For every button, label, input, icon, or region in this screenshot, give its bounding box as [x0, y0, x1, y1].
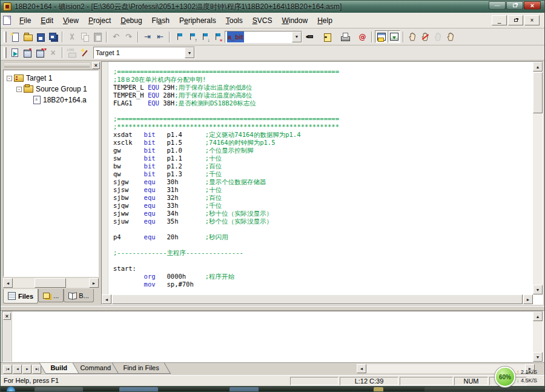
mdi-restore-button[interactable]: [508, 15, 523, 25]
rebuild-all-button[interactable]: [34, 47, 47, 59]
outdent-button[interactable]: [154, 30, 167, 43]
panel-drag-handle[interactable]: [4, 64, 90, 67]
project-panel-header[interactable]: ×: [2, 61, 100, 70]
title-bar[interactable]: 18B20+164 - 礦ision2 - [E:\360云盘\Professi…: [1, 1, 544, 13]
prev-bookmark-button[interactable]: [185, 30, 198, 43]
find-text-combobox[interactable]: a_bit: [225, 31, 302, 43]
output-close-button[interactable]: ×: [3, 313, 11, 320]
menu-window[interactable]: Window: [277, 15, 312, 27]
tab-item[interactable]: ...: [38, 289, 64, 302]
cut-button[interactable]: [65, 30, 78, 43]
menu-edit[interactable]: Edit: [36, 15, 58, 27]
window-close-button[interactable]: ×: [524, 1, 541, 10]
menu-peripherals[interactable]: Peripherals: [174, 15, 221, 27]
find-text-input[interactable]: a_bit: [225, 32, 292, 42]
menu-svcs[interactable]: SVCS: [248, 15, 277, 27]
source-browser-button[interactable]: [356, 30, 369, 43]
scroll-thumb[interactable]: [35, 278, 66, 288]
tab-files[interactable]: Files: [3, 289, 38, 304]
copy-button[interactable]: [78, 30, 91, 43]
output-nav-prev-button[interactable]: ◄: [13, 365, 22, 374]
disable-breakpoints-button[interactable]: [444, 30, 457, 43]
document-icon[interactable]: [3, 16, 11, 25]
taskbar-icons[interactable]: [35, 387, 83, 392]
find-button[interactable]: [303, 30, 316, 43]
enable-breakpoint-button[interactable]: [432, 30, 444, 43]
tree-expander[interactable]: -: [16, 87, 22, 92]
mdi-close-button[interactable]: ×: [524, 15, 540, 25]
editor-horizontal-scrollbar[interactable]: ◄ ►: [102, 294, 533, 304]
start-orb[interactable]: [7, 387, 15, 392]
scroll-left-button[interactable]: ◄: [102, 294, 111, 304]
new-file-button[interactable]: [8, 30, 21, 43]
project-panel-close-button[interactable]: ×: [92, 62, 100, 69]
output-nav-next-button[interactable]: ►: [22, 365, 31, 374]
menu-debug[interactable]: Debug: [116, 15, 147, 27]
windows-taskbar[interactable]: [1, 386, 544, 392]
redo-button[interactable]: [122, 30, 135, 43]
tab-b[interactable]: B...: [64, 289, 94, 302]
output-window[interactable]: × ▲ ▼: [2, 311, 543, 362]
taskbar-button[interactable]: [119, 387, 158, 392]
editor-selection-margin[interactable]: [102, 62, 108, 294]
scroll-down-button[interactable]: ▼: [533, 352, 543, 362]
toolbar-gripper[interactable]: [4, 32, 7, 42]
scroll-thumb[interactable]: [112, 294, 523, 304]
scroll-left-button[interactable]: ◄: [357, 364, 366, 373]
translate-file-button[interactable]: [8, 47, 21, 59]
target-select-combobox[interactable]: Target 1: [93, 47, 195, 59]
scroll-up-button[interactable]: ▲: [533, 311, 543, 321]
scroll-down-button[interactable]: ▼: [533, 285, 543, 294]
project-horizontal-scrollbar[interactable]: ◄ ►: [3, 278, 99, 288]
net-monitor-ball[interactable]: 60%: [495, 367, 515, 387]
open-file-button[interactable]: [21, 30, 34, 43]
mdi-minimize-button[interactable]: _: [492, 15, 507, 25]
code-area[interactable]: ;=======================================…: [109, 62, 532, 294]
save-all-button[interactable]: [47, 30, 59, 43]
taskbar-folder-icon[interactable]: [374, 387, 383, 392]
combo-dropdown-button[interactable]: [185, 47, 194, 58]
output-vertical-scrollbar[interactable]: ▲ ▼: [533, 311, 543, 362]
menu-project[interactable]: Project: [84, 15, 116, 27]
toggle-bookmark-button[interactable]: [173, 30, 185, 43]
scroll-left-button[interactable]: ◄: [3, 278, 13, 288]
horizontal-splitter[interactable]: [1, 306, 544, 311]
output-window-button[interactable]: [388, 30, 400, 43]
taskbar-button[interactable]: [230, 387, 259, 392]
window-minimize-button[interactable]: —: [489, 1, 506, 10]
editor-vertical-scrollbar[interactable]: ▲ ▼: [533, 62, 543, 294]
tree-item-18b20-164-a[interactable]: 18B20+164.a: [4, 95, 98, 105]
options-target-button[interactable]: [78, 47, 91, 59]
undo-button[interactable]: [110, 30, 122, 43]
menu-help[interactable]: Help: [312, 15, 337, 27]
scroll-thumb[interactable]: [533, 72, 543, 113]
scroll-up-button[interactable]: ▲: [533, 62, 543, 71]
menu-tools[interactable]: Tools: [221, 15, 248, 27]
kill-breakpoints-button[interactable]: [419, 30, 432, 43]
scroll-right-button[interactable]: ►: [523, 294, 533, 304]
output-tab-find-in-files[interactable]: Find in Files: [112, 363, 171, 374]
tree-item-target-1[interactable]: -Target 1: [4, 73, 98, 84]
indent-button[interactable]: [141, 30, 154, 43]
toggle-breakpoint-button[interactable]: [406, 30, 419, 43]
scroll-right-button[interactable]: ►: [89, 278, 99, 288]
stop-build-button[interactable]: [47, 47, 59, 59]
tree-expander[interactable]: -: [7, 76, 12, 81]
toolbar-gripper[interactable]: [4, 47, 7, 58]
clear-bookmarks-button[interactable]: [211, 30, 223, 43]
menu-view[interactable]: View: [58, 15, 84, 27]
project-window-button[interactable]: [375, 30, 388, 43]
menu-flash[interactable]: Flash: [147, 15, 174, 27]
output-tab-build[interactable]: Build: [39, 363, 79, 374]
build-target-button[interactable]: [21, 47, 34, 59]
window-restore-button[interactable]: [506, 1, 523, 10]
combo-dropdown-button[interactable]: [292, 32, 302, 42]
paste-button[interactable]: [91, 30, 104, 43]
find-in-files-button[interactable]: [321, 30, 334, 43]
output-nav-last-button[interactable]: ►|: [32, 365, 41, 374]
output-nav-first-button[interactable]: |◄: [3, 365, 12, 374]
print-button[interactable]: [339, 30, 351, 43]
menu-file[interactable]: File: [15, 15, 36, 27]
save-file-button[interactable]: [34, 30, 47, 43]
download-button[interactable]: [65, 47, 78, 59]
